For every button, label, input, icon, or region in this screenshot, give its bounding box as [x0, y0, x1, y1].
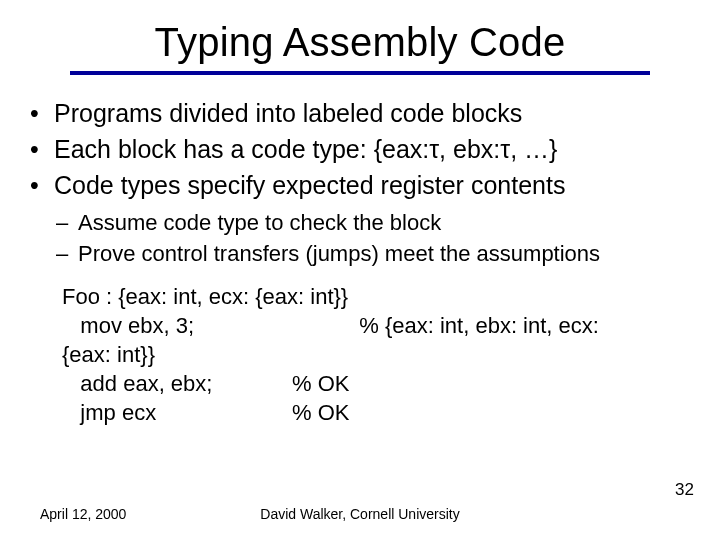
code-instr-3: add eax, ebx; [62, 369, 292, 398]
code-comment-1: % {eax: int, ebx: int, ecx: [292, 311, 599, 340]
sub-bullet-2: Prove control transfers (jumps) meet the… [56, 239, 720, 268]
code-comment-4: % OK [292, 398, 349, 427]
sub-bullets: Assume code type to check the block Prov… [56, 208, 720, 268]
bullet-2: Each block has a code type: {eax:τ, ebx:… [28, 133, 720, 167]
slide-title: Typing Assembly Code [0, 0, 720, 71]
bullet-3: Code types specify expected register con… [28, 169, 720, 203]
code-instr-4: jmp ecx [62, 398, 292, 427]
code-line-2-wrap: {eax: int}} [62, 340, 720, 369]
code-line-4: jmp ecx % OK [62, 398, 720, 427]
page-number: 32 [675, 480, 694, 500]
code-instr-1: mov ebx, 3; [62, 311, 292, 340]
sub-bullet-1: Assume code type to check the block [56, 208, 720, 237]
slide: Typing Assembly Code Programs divided in… [0, 0, 720, 540]
code-signature: Foo : {eax: int, ecx: {eax: int}} [62, 282, 720, 311]
footer-author: David Walker, Cornell University [0, 506, 720, 522]
code-line-3: add eax, ebx; % OK [62, 369, 720, 398]
title-underline [70, 71, 650, 75]
bullet-1: Programs divided into labeled code block… [28, 97, 720, 131]
main-bullets: Programs divided into labeled code block… [28, 97, 720, 202]
code-comment-3: % OK [292, 369, 349, 398]
code-line-1: mov ebx, 3; % {eax: int, ebx: int, ecx: [62, 311, 720, 340]
code-block: Foo : {eax: int, ecx: {eax: int}} mov eb… [62, 282, 720, 427]
